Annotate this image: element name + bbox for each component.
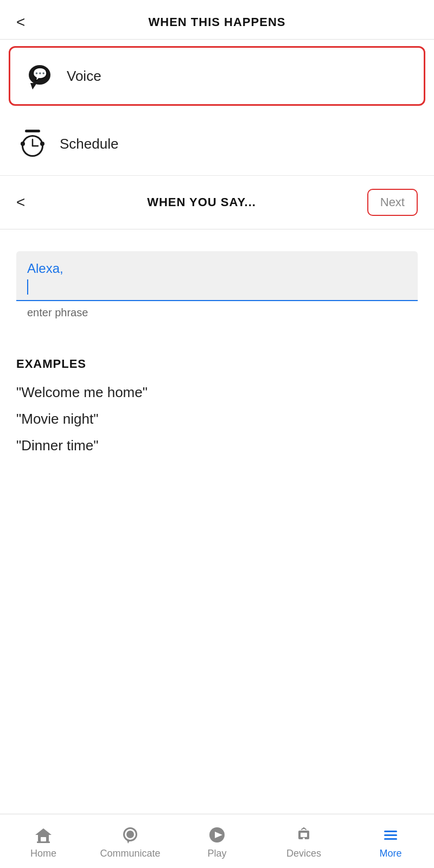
text-cursor [27, 279, 28, 295]
nav-item-more[interactable]: More [347, 822, 434, 863]
svg-rect-10 [37, 841, 50, 843]
play-icon [207, 825, 227, 845]
home-icon [34, 825, 53, 845]
svg-text:💬: 💬 [33, 67, 48, 81]
back-button[interactable]: < [16, 14, 25, 31]
nav-label-communicate: Communicate [100, 848, 160, 859]
voice-label: Voice [67, 68, 101, 85]
svg-marker-2 [30, 83, 37, 90]
trigger-list: 💬 Voice Schedule [0, 40, 434, 176]
svg-point-8 [21, 142, 25, 146]
phrase-prefix: Alexa, [27, 261, 407, 276]
page-header: < WHEN THIS HAPPENS [0, 0, 434, 40]
nav-label-home: Home [30, 848, 56, 859]
nav-item-home[interactable]: Home [0, 822, 87, 863]
svg-rect-23 [384, 831, 397, 832]
nav-label-more: More [379, 848, 401, 859]
schedule-label: Schedule [60, 136, 118, 152]
svg-rect-24 [384, 834, 397, 836]
svg-rect-3 [25, 130, 40, 132]
communicate-icon [120, 825, 140, 845]
svg-marker-17 [127, 840, 130, 844]
schedule-icon [16, 127, 49, 160]
voice-icon: 💬 [23, 60, 56, 92]
svg-point-21 [303, 838, 305, 840]
sub-section-title: WHEN YOU SAY... [36, 195, 367, 209]
sub-section-header: < WHEN YOU SAY... Next [0, 176, 434, 229]
devices-icon [294, 825, 314, 845]
svg-rect-13 [41, 837, 46, 841]
phrase-hint: enter phrase [16, 301, 418, 319]
trigger-item-voice[interactable]: 💬 Voice [9, 46, 425, 106]
nav-label-play: Play [207, 848, 226, 859]
examples-title: EXAMPLES [16, 357, 418, 371]
page-title: WHEN THIS HAPPENS [149, 15, 286, 29]
example-item-1: "Welcome me home" [16, 384, 418, 401]
more-icon [381, 825, 400, 845]
sub-back-button[interactable]: < [16, 194, 25, 211]
nav-item-play[interactable]: Play [174, 822, 260, 863]
input-section: Alexa, enter phrase [0, 229, 434, 330]
trigger-item-schedule[interactable]: Schedule [0, 112, 434, 176]
nav-label-devices: Devices [286, 848, 321, 859]
svg-rect-25 [384, 838, 397, 840]
svg-marker-12 [35, 828, 52, 835]
examples-section: EXAMPLES "Welcome me home" "Movie night"… [0, 330, 434, 480]
nav-item-devices[interactable]: Devices [260, 822, 347, 863]
svg-rect-22 [301, 833, 307, 837]
example-item-2: "Movie night" [16, 411, 418, 427]
next-button[interactable]: Next [367, 189, 418, 216]
nav-item-communicate[interactable]: Communicate [87, 822, 174, 863]
svg-point-9 [40, 142, 44, 146]
bottom-nav: Home Communicate Play [0, 814, 434, 868]
example-item-3: "Dinner time" [16, 437, 418, 454]
svg-point-16 [126, 831, 134, 838]
phrase-input-container[interactable]: Alexa, [16, 251, 418, 301]
